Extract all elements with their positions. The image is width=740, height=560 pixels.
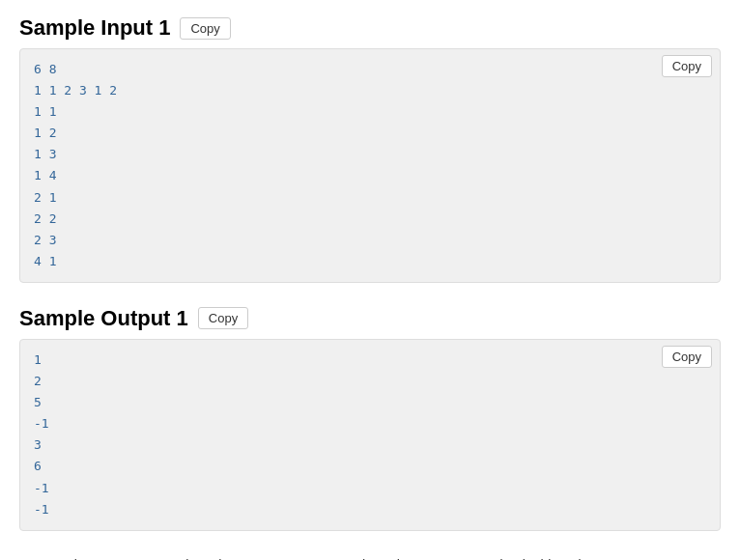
- sample-output-copy-button[interactable]: Copy: [198, 307, 248, 329]
- sample-output-section: Sample Output 1 Copy Copy 1 2 5 -1 3 6 -…: [19, 306, 721, 531]
- sample-output-header: Sample Output 1 Copy: [19, 306, 721, 331]
- sample-input-header: Sample Input 1 Copy: [19, 15, 721, 41]
- sample-input-section: Sample Input 1 Copy Copy 6 8 1 1 2 3 1 2…: [19, 15, 721, 283]
- sample-output-title: Sample Output 1: [19, 306, 188, 331]
- sample-output-content: 1 2 5 -1 3 6 -1 -1: [34, 350, 706, 520]
- sample-input-box: Copy 6 8 1 1 2 3 1 2 1 1 1 2 1 3 1 4 2 1…: [19, 48, 721, 283]
- sample-output-inner-copy-button[interactable]: Copy: [662, 346, 712, 368]
- sample-output-box: Copy 1 2 5 -1 3 6 -1 -1: [19, 339, 721, 531]
- sample-input-title: Sample Input 1: [19, 15, 170, 41]
- sample-input-inner-copy-button[interactable]: Copy: [662, 55, 712, 77]
- sample-input-copy-button[interactable]: Copy: [180, 17, 230, 40]
- explanation-text: 1 occurs in A at a1, a2, a5. Thus, the a…: [19, 554, 721, 560]
- sample-input-content: 6 8 1 1 2 3 1 2 1 1 1 2 1 3 1 4 2 1 2 2 …: [34, 59, 706, 272]
